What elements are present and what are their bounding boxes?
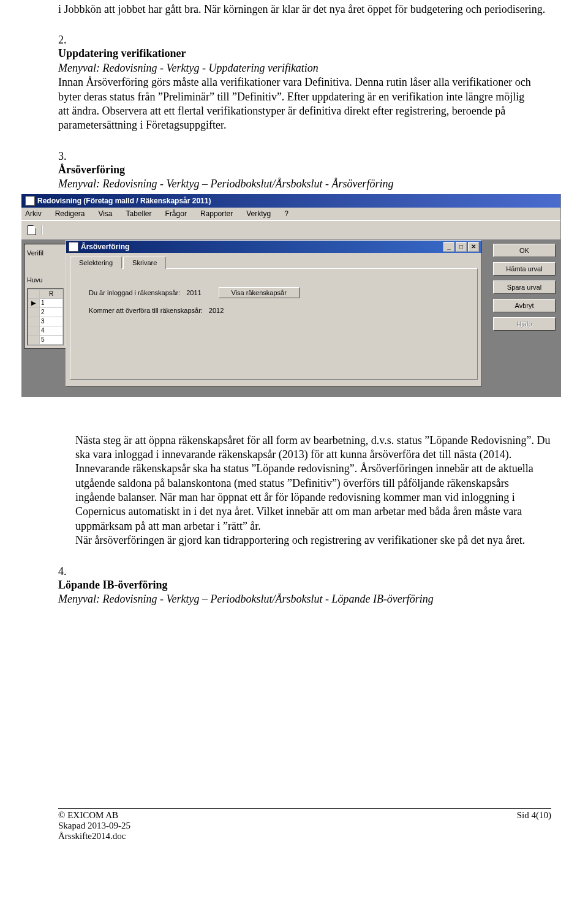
side-button-panel: OK Hämta urval Spara urval Avbryt Hjälp: [493, 244, 556, 331]
hamta-urval-button[interactable]: Hämta urval: [493, 262, 556, 276]
menu-help[interactable]: ?: [282, 209, 291, 219]
spara-urval-button[interactable]: Spara urval: [493, 280, 556, 294]
footer-page: Sid 4(10): [517, 810, 551, 841]
app-menubar: Arkiv Redigera Visa Tabeller Frågor Rapp…: [21, 208, 560, 220]
grid-row: 1: [40, 298, 63, 307]
menu-fragor[interactable]: Frågor: [163, 209, 189, 219]
heading-lopande-ib: Löpande IB-överföring: [58, 579, 168, 591]
menu-tabeller[interactable]: Tabeller: [124, 209, 154, 219]
back-label-verifil: Verifil: [27, 249, 64, 257]
transfer-to-year-value: 2012: [209, 307, 224, 314]
logged-in-year-label: Du är inloggad i räkenskapsår:: [89, 289, 180, 296]
footer-skapad: Skapad 2013-09-25: [58, 821, 130, 831]
list-num-2: 2.: [58, 34, 75, 47]
grid-row: 3: [40, 317, 63, 326]
visa-rakenskapsar-button[interactable]: Visa räkenskapsår: [219, 287, 300, 298]
tab-skrivare[interactable]: Skrivare: [123, 257, 166, 269]
app-icon: [25, 196, 35, 206]
grid-row: 5: [40, 335, 63, 344]
page-footer: © EXICOM AB Skapad 2013-09-25 Årsskifte2…: [58, 808, 551, 841]
app-title: Redovisning (Företag malld / Räkenskapså…: [37, 197, 211, 205]
minimize-icon[interactable]: _: [443, 242, 454, 252]
menyval-3: Menyval: Redovisning - Verktyg – Periodb…: [58, 178, 393, 190]
background-grid: R ▶1 2 3 4 5: [27, 288, 64, 345]
close-icon[interactable]: ✕: [468, 242, 479, 252]
body-2: Innan Årsöverföring görs måste alla veri…: [58, 76, 531, 131]
avbryt-button[interactable]: Avbryt: [493, 299, 556, 312]
after-text-1: Nästa steg är att öppna räkenskapsåret f…: [75, 434, 551, 532]
grid-header: R: [40, 289, 63, 298]
footer-file: Årsskifte2014.doc: [58, 831, 130, 841]
heading-arsoverforing: Årsöverföring: [58, 164, 125, 176]
tab-selektering[interactable]: Selektering: [70, 257, 122, 269]
innerwin-title-text: Årsöverföring: [81, 243, 129, 251]
heading-uppdatering: Uppdatering verifikationer: [58, 47, 186, 59]
background-window: Verifil Huvu R ▶1 2 3 4 5: [24, 244, 67, 348]
menu-rapporter[interactable]: Rapporter: [198, 209, 235, 219]
app-toolbar: [21, 220, 560, 240]
maximize-icon[interactable]: □: [456, 242, 467, 252]
hjalp-button[interactable]: Hjälp: [493, 317, 556, 331]
menu-verktyg[interactable]: Verktyg: [244, 209, 273, 219]
logged-in-year-value: 2011: [186, 289, 201, 296]
menyval-2: Menyval: Redovisning - Verktyg - Uppdate…: [58, 62, 318, 74]
list-num-4: 4.: [58, 565, 75, 578]
menyval-4: Menyval: Redovisning - Verktyg – Periodb…: [58, 593, 434, 605]
transfer-to-year-label: Kommer att överföra till räkenskapsår:: [89, 307, 203, 314]
arsoverforing-window: Årsöverföring _ □ ✕ Selektering Skrivare…: [66, 240, 482, 386]
window-icon: [69, 242, 78, 252]
after-text-2: När årsöverföringen är gjord kan tidrapp…: [75, 534, 525, 546]
app-screenshot: Redovisning (Företag malld / Räkenskapså…: [21, 194, 561, 397]
grid-row: 2: [40, 307, 63, 317]
intro-text: i Jobbkön att jobbet har gått bra. När k…: [58, 2, 551, 17]
menu-redigera[interactable]: Redigera: [53, 209, 88, 219]
ok-button[interactable]: OK: [493, 244, 556, 257]
toolbar-new-button[interactable]: [24, 223, 40, 238]
tab-panel: Du är inloggad i räkenskapsår: 2011 Visa…: [70, 268, 478, 380]
footer-copyright: © EXICOM AB: [58, 810, 130, 821]
back-label-huvu: Huvu: [27, 276, 64, 284]
document-icon: [28, 225, 36, 235]
menu-arkiv[interactable]: Arkiv: [23, 209, 44, 219]
grid-row: 4: [40, 326, 63, 335]
menu-visa[interactable]: Visa: [96, 209, 115, 219]
list-num-3: 3.: [58, 150, 75, 163]
app-titlebar: Redovisning (Företag malld / Räkenskapså…: [21, 194, 560, 208]
